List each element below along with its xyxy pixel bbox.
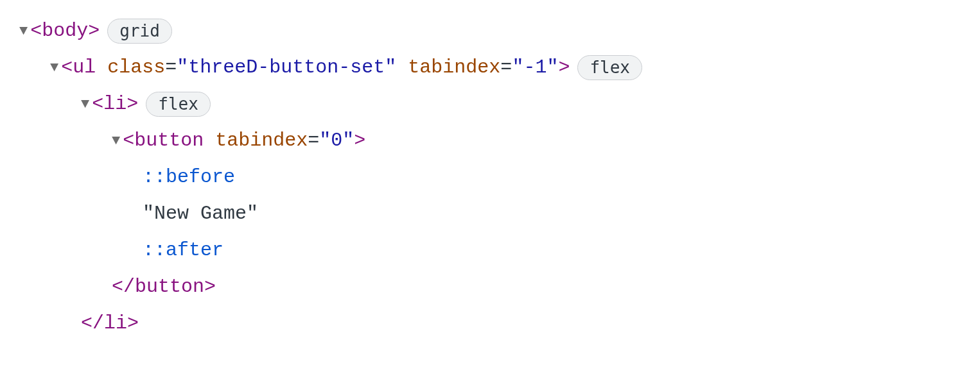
dom-tree-row[interactable]: </li> (19, 305, 961, 342)
dom-tree-row[interactable]: ▼<ulclass="threeD-button-set"tabindex="-… (19, 49, 961, 86)
expand-triangle-icon[interactable]: ▼ (50, 55, 58, 81)
tag-name: body (42, 13, 88, 49)
tag-name: button (135, 269, 204, 305)
tag-bracket: < (123, 123, 134, 159)
expand-triangle-icon[interactable]: ▼ (112, 128, 120, 155)
dom-tree-row[interactable]: ▼<body>grid (19, 13, 961, 49)
pseudo-element: ::before (143, 159, 235, 196)
tag-bracket: > (204, 269, 216, 305)
dom-tree-view: ▼<body>grid▼<ulclass="threeD-button-set"… (19, 13, 961, 342)
expand-triangle-icon[interactable]: ▼ (81, 91, 89, 118)
tag-bracket: < (61, 49, 73, 86)
dom-tree-row[interactable]: ::after (19, 232, 961, 269)
tag-bracket: > (127, 305, 139, 342)
tag-name: li (103, 86, 127, 123)
attr-equals: = (500, 49, 512, 86)
attr-equals: = (308, 123, 319, 159)
attr-name: tabindex (215, 123, 308, 159)
dom-tree-row[interactable]: </button> (19, 269, 961, 305)
attr-name: class (107, 49, 165, 86)
tag-name: button (134, 123, 204, 159)
layout-badge[interactable]: flex (146, 92, 211, 117)
expand-triangle-icon[interactable]: ▼ (19, 18, 28, 45)
dom-tree-row[interactable]: ▼<li>flex (19, 86, 961, 123)
text-node: "New Game" (143, 196, 258, 232)
layout-badge[interactable]: flex (577, 55, 642, 81)
dom-tree-row[interactable]: ▼<buttontabindex="0"> (19, 123, 961, 159)
tag-bracket: > (127, 86, 138, 123)
tag-name: ul (73, 49, 96, 86)
attr-value: "threeD-button-set" (177, 49, 396, 86)
attr-equals: = (165, 49, 177, 86)
tag-bracket: < (92, 86, 103, 123)
pseudo-element: ::after (143, 232, 223, 269)
tag-bracket: > (88, 13, 100, 49)
tag-bracket: > (354, 123, 365, 159)
attr-value: "-1" (512, 49, 558, 86)
tag-bracket: </ (112, 269, 135, 305)
dom-tree-row[interactable]: "New Game" (19, 196, 961, 232)
tag-bracket: </ (81, 305, 104, 342)
dom-tree-row[interactable]: ::before (19, 159, 961, 196)
layout-badge[interactable]: grid (107, 19, 172, 44)
tag-bracket: < (30, 13, 42, 49)
tag-bracket: > (558, 49, 570, 86)
attr-value: "0" (319, 123, 354, 159)
tag-name: li (104, 305, 127, 342)
attr-name: tabindex (408, 49, 500, 86)
